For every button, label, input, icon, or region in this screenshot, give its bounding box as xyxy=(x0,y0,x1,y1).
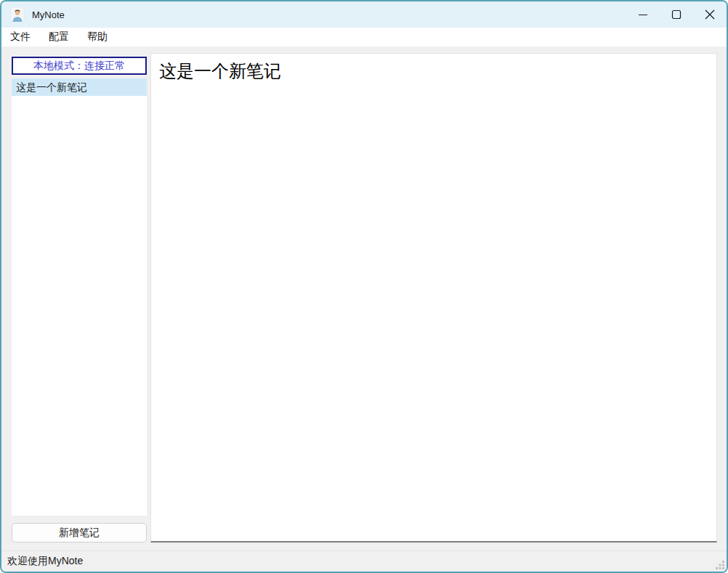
sidebar: 本地模式：连接正常 这是一个新笔记 新增笔记 xyxy=(12,46,147,550)
resize-grip-icon[interactable] xyxy=(715,560,725,570)
maximize-button[interactable] xyxy=(660,1,693,28)
menu-item-file[interactable]: 文件 xyxy=(3,28,38,46)
app-window: MyNote 文件 配置 帮助 xyxy=(0,0,728,573)
close-button[interactable] xyxy=(693,1,727,28)
menu-bar: 文件 配置 帮助 xyxy=(1,28,727,46)
connection-status-badge: 本地模式：连接正常 xyxy=(12,57,147,75)
note-editor[interactable]: 这是一个新笔记 xyxy=(150,53,717,542)
window-title: MyNote xyxy=(32,9,65,20)
status-bar: 欢迎使用MyNote xyxy=(1,550,727,572)
close-icon xyxy=(705,9,715,20)
maximize-icon xyxy=(671,9,682,20)
minimize-button[interactable] xyxy=(626,1,660,28)
note-list[interactable]: 这是一个新笔记 xyxy=(12,78,147,516)
menu-item-config[interactable]: 配置 xyxy=(41,28,76,46)
menu-item-help[interactable]: 帮助 xyxy=(80,28,115,46)
main-content: 本地模式：连接正常 这是一个新笔记 新增笔记 这是一个新笔记 xyxy=(1,46,727,550)
note-list-item[interactable]: 这是一个新笔记 xyxy=(12,78,147,96)
app-icon xyxy=(10,7,25,22)
status-message: 欢迎使用MyNote xyxy=(7,555,83,568)
window-controls xyxy=(626,1,727,28)
new-note-button[interactable]: 新增笔记 xyxy=(12,523,147,542)
minimize-icon xyxy=(638,9,648,20)
title-bar[interactable]: MyNote xyxy=(1,1,727,28)
